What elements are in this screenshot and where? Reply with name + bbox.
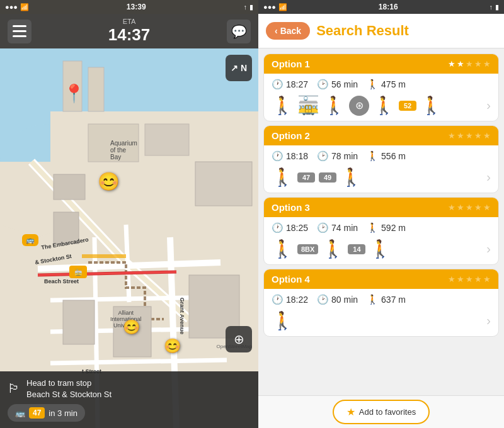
right-header: ‹ Back Search Result <box>258 14 504 48</box>
star-4: ★ <box>474 59 482 69</box>
arrow-icon: ↑ <box>243 3 247 11</box>
star3-1: ★ <box>448 203 455 212</box>
option-card-3[interactable]: Option 3 ★ ★ ★ ★ ★ 🕐 18:25 🕑 <box>263 197 499 265</box>
walk-route-icon-3a: 🚶 <box>272 239 294 259</box>
chat-button[interactable]: 💬 <box>227 20 251 43</box>
dep-time-value-3: 18:25 <box>286 223 308 233</box>
location-pin-icon: 📍 <box>63 84 85 103</box>
left-panel: ●●● 📶 13:39 ↑ ▮ ETA 14:37 💬 <box>0 0 258 428</box>
clock-icon-1: 🕐 <box>272 79 284 90</box>
instruction-line2: Beach St & Stockton St <box>26 389 112 400</box>
star3-2: ★ <box>457 203 464 212</box>
bus-number-badge: 47 <box>29 407 45 419</box>
bus-badge-52: 52 <box>399 101 416 111</box>
option-card-1[interactable]: Option 1 ★ ★ ★ ★ ★ 🕐 18:27 🕑 <box>263 54 499 121</box>
eta-label: ETA <box>108 18 151 25</box>
option-2-stars: ★ ★ ★ ★ ★ <box>448 131 491 140</box>
navigation-instruction: 🏳 Head to tram stop Beach St & Stockton … <box>8 378 251 400</box>
walk-3: 🚶 592 m <box>367 222 406 234</box>
smiley-icon-3: 😊 <box>164 338 181 354</box>
star2-3: ★ <box>466 131 473 140</box>
aquarium-label: Aquariumof theBay <box>110 140 137 160</box>
clock-icon-4: 🕐 <box>272 294 284 305</box>
duration-icon-1: 🕑 <box>317 79 329 90</box>
duration-value-3: 74 min <box>331 223 358 233</box>
star-5: ★ <box>483 59 491 69</box>
duration-value-1: 56 min <box>331 79 358 89</box>
svg-rect-12 <box>63 300 94 344</box>
walk-value-4: 637 m <box>381 295 406 305</box>
smiley-marker-2: 😊 <box>123 319 140 335</box>
option-1-stars: ★ ★ ★ ★ ★ <box>448 59 491 69</box>
bus-time-text: in 3 min <box>49 408 77 418</box>
walk-route-icon-3c: 🚶 <box>369 239 391 259</box>
option-2-times: 🕐 18:18 🕑 78 min 🚶 556 m <box>272 150 491 162</box>
battery-icon: ▮ <box>249 3 253 11</box>
option-card-4[interactable]: Option 4 ★ ★ ★ ★ ★ 🕐 18:22 🕑 <box>263 269 499 337</box>
option-2-route: 🚶 47 49 🚶 › <box>272 167 491 188</box>
dep-time-2: 🕐 18:18 <box>272 150 308 162</box>
favorites-bar: ★ Add to favorites <box>258 395 504 428</box>
star4-2: ★ <box>457 274 464 284</box>
chevron-right-2: › <box>486 170 491 184</box>
duration-1: 🕑 56 min <box>317 79 358 90</box>
star2-2: ★ <box>457 131 464 140</box>
add-favorites-button[interactable]: ★ Add to favorites <box>333 400 430 424</box>
svg-rect-6 <box>88 67 104 111</box>
dep-time-value-2: 18:18 <box>286 151 308 161</box>
walk-route-icon-1c: 🚶 <box>373 95 395 116</box>
star-3: ★ <box>466 59 473 69</box>
svg-rect-9 <box>54 174 85 200</box>
bus-badge-47: 47 <box>297 172 315 183</box>
star4-4: ★ <box>474 274 482 284</box>
clock-icon-2: 🕐 <box>272 150 284 162</box>
option-3-title: Option 3 <box>272 202 310 213</box>
dep-time-value-1: 18:27 <box>286 79 308 89</box>
status-bar-left: ●●● 📶 13:39 ↑ ▮ <box>0 0 258 14</box>
duration-4: 🕑 80 min <box>317 294 358 305</box>
right-wifi-icon: 📶 <box>278 3 287 11</box>
bus-badge-14: 14 <box>348 244 365 254</box>
north-button[interactable]: ↗ N <box>226 55 252 81</box>
star3-3: ★ <box>466 203 473 212</box>
center-button[interactable]: ⊕ <box>226 326 252 352</box>
walk-value-3: 592 m <box>381 223 406 233</box>
option-3-times: 🕐 18:25 🕑 74 min 🚶 592 m <box>272 222 491 234</box>
option-4-title: Option 4 <box>272 274 310 284</box>
bus-icon: 🚌 <box>15 408 25 418</box>
walk-4: 🚶 637 m <box>367 294 406 305</box>
back-button[interactable]: ‹ Back <box>266 22 310 40</box>
eta-display: ETA 14:37 <box>108 18 151 45</box>
back-label: Back <box>280 26 301 36</box>
option-3-body: 🕐 18:25 🕑 74 min 🚶 592 m 🚶 8BX 🚶 <box>264 217 498 264</box>
option-4-times: 🕐 18:22 🕑 80 min 🚶 637 m <box>272 294 491 305</box>
dep-time-4: 🕐 18:22 <box>272 294 308 305</box>
option-card-2[interactable]: Option 2 ★ ★ ★ ★ ★ 🕐 18:18 🕑 <box>263 125 499 193</box>
metro-symbol-1: ⊛ <box>355 99 364 111</box>
duration-2: 🕑 78 min <box>317 150 358 162</box>
option-4-route: 🚶 › <box>272 310 491 331</box>
duration-icon-4: 🕑 <box>317 294 329 305</box>
tram-map-icon: 🚌 <box>22 234 38 246</box>
chevron-right-3: › <box>486 242 491 256</box>
tram-route-icon-1: 🚋 <box>297 95 319 116</box>
option-2-header: Option 2 ★ ★ ★ ★ ★ <box>264 126 498 145</box>
option-2-title: Option 2 <box>272 130 310 141</box>
walk-route-icon-3b: 🚶 <box>322 239 344 259</box>
duration-icon-2: 🕑 <box>317 150 329 162</box>
metro-icon-1: ⊛ <box>349 96 369 116</box>
duration-3: 🕑 74 min <box>317 222 358 234</box>
grant-avenue-label: Grant Avenue <box>179 298 185 334</box>
star-1: ★ <box>448 59 455 69</box>
option-4-header: Option 4 ★ ★ ★ ★ ★ <box>264 269 498 289</box>
dep-time-value-4: 18:22 <box>286 295 308 305</box>
chevron-right-4: › <box>486 313 491 328</box>
search-result-title: Search Result <box>316 23 409 39</box>
back-chevron-icon: ‹ <box>275 26 278 36</box>
option-1-header: Option 1 ★ ★ ★ ★ ★ <box>264 54 498 74</box>
star2-1: ★ <box>448 131 455 140</box>
options-list: Option 1 ★ ★ ★ ★ ★ 🕐 18:27 🕑 <box>258 48 504 395</box>
walk-value-1: 475 m <box>381 79 406 89</box>
bus-badge-8bx: 8BX <box>297 244 318 254</box>
menu-button[interactable] <box>8 20 32 43</box>
